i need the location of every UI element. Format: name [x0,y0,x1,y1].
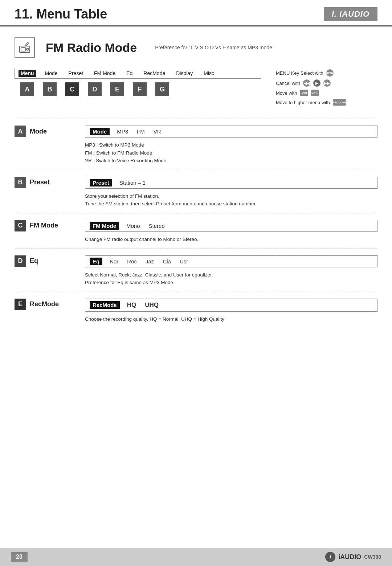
preset-description: Store your selection of FM station. Tune… [85,192,377,208]
mode-option-fm: FM [135,128,146,135]
section-d-name: Eq [30,257,38,265]
instruction-higher-label: Move to higher menu with [276,100,330,105]
brand-label: I. iAUDIO [332,9,369,19]
mode-option-vr: VR [152,128,163,135]
preset-option-preset: Preset [90,179,112,186]
section-b-name: Preset [30,179,50,186]
fmmode-option-fmmode: FM Mode [90,222,119,230]
eq-option-jaz: Jaz [144,258,155,265]
menu-bar-recmode: RecMode [141,70,167,77]
menu-labels-row: A B C D E F G [15,82,261,96]
letter-d: D [88,82,102,96]
footer-brand: i iAUDIO CW300 [325,552,381,562]
rec-ab-btn-icon: REC/A↔B [333,99,346,106]
fmmode-option-stereo: Stereo [147,222,166,230]
eq-option-nor: Nor [108,258,120,265]
eq-option-cla: Cla [161,258,172,265]
section-e-content: RecMode HQ UHQ Choose the recording qual… [85,299,377,323]
section-d-eq: D Eq Eq Nor Roc Jaz Cla Usr Select Norma… [15,249,377,292]
recmode-option-hq: HQ [126,301,138,309]
recmode-option-uhq: UHQ [143,301,160,309]
rewind-btn-icon: ◀◀ [303,79,310,87]
instruction-move: Move with +VOL VOL- [276,90,377,96]
page-footer: 20 i iAUDIO CW300 [0,548,392,566]
main-content: FM Radio Mode Preference for ' L V S O D… [0,26,392,350]
mode-description: MP3 : Switch to MP3 Mode FM : Switch to … [85,141,377,165]
badge-d: D [15,255,26,267]
fm-radio-title: FM Radio Mode [46,41,137,55]
badge-b: B [15,177,26,188]
section-b-preset: B Preset Preset Station = 1 Store your s… [15,170,377,213]
menu-label-f: F [128,82,151,96]
fm-radio-icon [15,37,35,58]
preset-option-bar: Preset Station = 1 [85,177,377,189]
section-e-label: E RecMode [15,299,76,310]
instruction-move-label: Move with [276,90,297,96]
fmmode-option-mono: Mono [125,222,142,230]
instruction-higher-menu: Move to higher menu with REC/A↔B [276,99,377,106]
preset-option-station: Station = 1 [118,179,147,186]
instruction-cancel-label: Cancel with [276,81,300,86]
menu-bar-mode: Mode [43,70,60,77]
footer-page-number: 20 [11,552,28,562]
menu-bar-fmmode: FM Mode [92,70,118,77]
instructions-panel: MENU Key Select with MENU Cancel with ◀◀… [276,68,377,108]
menu-diagram: Menu Mode Preset FM Mode Eq RecMode Disp… [15,68,261,108]
eq-option-usr: Usr [178,258,189,265]
menu-bar-menu: Menu [19,70,36,77]
section-c-name: FM Mode [30,222,58,229]
eq-option-bar: Eq Nor Roc Jaz Cla Usr [85,255,377,267]
fmmode-option-bar: FM Mode Mono Stereo [85,220,377,232]
menu-btn-icon: MENU [326,69,334,77]
menu-diagram-area: Menu Mode Preset FM Mode Eq RecMode Disp… [15,68,377,108]
menu-bar-display: Display [174,70,195,77]
svg-rect-1 [21,48,25,51]
brand-header: I. iAUDIO [324,7,377,21]
menu-bar-preset: Preset [66,70,85,77]
forward-btn-icon: ▶▶ [323,79,331,87]
vol-down-btn-icon: VOL- [311,90,319,96]
letter-g: G [155,82,169,96]
instruction-cancel: Cancel with ◀◀ ▶ ▶▶ [276,79,377,87]
menu-bar: Menu Mode Preset FM Mode Eq RecMode Disp… [15,68,261,79]
section-c-content: FM Mode Mono Stereo Change FM radio outp… [85,220,377,243]
mode-option-mp3: MP3 [115,128,130,135]
section-b-content: Preset Station = 1 Store your selection … [85,177,377,208]
menu-label-g: G [151,82,173,96]
menu-label-c: C [61,82,83,96]
vol-up-btn-icon: +VOL [300,90,308,96]
menu-bar-eq: Eq [124,70,135,77]
letter-f: F [133,82,147,96]
section-a-content: Mode MP3 FM VR MP3 : Switch to MP3 Mode … [85,126,377,165]
menu-label-e: E [106,82,128,96]
fmmode-description: Change FM radio output channel to Mono o… [85,235,377,243]
instruction-menu-key: MENU Key Select with MENU [276,69,377,77]
eq-option-eq: Eq [90,258,102,265]
letter-a: A [20,82,34,96]
mode-option-bar: Mode MP3 FM VR [85,126,377,138]
section-a-name: Mode [30,128,47,135]
fm-radio-subtitle: Preference for ' L V S O D Vs F same as … [155,45,274,50]
badge-e: E [15,299,26,310]
menu-bar-misc: Misc [201,70,216,77]
section-c-fmmode: C FM Mode FM Mode Mono Stereo Change FM … [15,213,377,249]
menu-label-d: D [83,82,106,96]
recmode-option-recmode: RecMode [90,301,120,309]
instruction-menu-label: MENU Key Select with [276,70,323,76]
section-e-name: RecMode [30,300,59,308]
section-d-label: D Eq [15,255,76,267]
mode-option-mode: Mode [90,128,110,135]
menu-label-b: B [38,82,61,96]
section-a-mode: A Mode Mode MP3 FM VR MP3 : Switch to MP… [15,119,377,170]
badge-a: A [15,126,26,137]
recmode-description: Choose the recording quality. HQ = Norma… [85,315,377,323]
footer-brand-logo: i [325,552,335,562]
section-c-label: C FM Mode [15,220,76,231]
section-d-content: Eq Nor Roc Jaz Cla Usr Select Normal, Ro… [85,255,377,287]
letter-b: B [43,82,57,96]
eq-option-roc: Roc [126,258,138,265]
badge-c: C [15,220,26,231]
svg-point-2 [26,48,29,50]
section-b-label: B Preset [15,177,76,188]
letter-c: C [65,82,79,96]
